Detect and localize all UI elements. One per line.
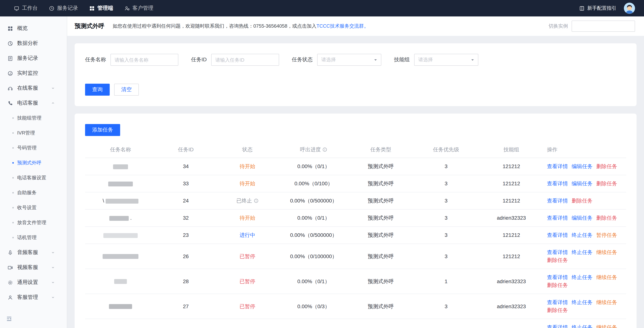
beginner-guide-link[interactable]: 新手配置指引 [579, 5, 616, 12]
table-row: 23进行中0.00%（0/500000）预测式外呼3121212查看详情终止任务… [85, 227, 626, 244]
filter-field-label: 技能组 [394, 56, 410, 63]
sidebar-subitem-audio-file-management[interactable]: 放音文件管理 [0, 215, 67, 230]
page-title: 预测式外呼 [74, 22, 104, 30]
delete-task-link[interactable]: 删除任务 [596, 214, 617, 222]
continue-task-link[interactable]: 继续任务 [596, 248, 617, 256]
instance-select-input[interactable] [572, 21, 635, 32]
skill-group-cell: 121212 [479, 175, 544, 192]
task-name-cell: . [85, 209, 156, 227]
view-details-link[interactable]: 查看详情 [547, 273, 568, 281]
redacted-task-name [109, 216, 129, 221]
view-details-link[interactable]: 查看详情 [547, 298, 568, 306]
status-badge: 待开始 [240, 163, 255, 169]
chevron-down-icon [51, 295, 57, 299]
view-details-link[interactable]: 查看详情 [547, 197, 568, 205]
sidebar-item-video-service[interactable]: 视频客服 [0, 260, 67, 275]
app-window: 工作台服务记录管理端客户管理 新手配置指引 概览数据分析服务记录实时监控在线客服… [0, 0, 644, 328]
view-details-link[interactable]: 查看详情 [547, 231, 568, 239]
info-icon[interactable] [254, 198, 258, 203]
clear-button[interactable]: 清空 [114, 84, 139, 96]
sidebar-item-phone-service[interactable]: 电话客服 [0, 96, 67, 111]
edit-task-link[interactable]: 编辑任务 [572, 180, 592, 188]
sidebar-subitem-phone-service-settings[interactable]: 电话客服设置 [0, 170, 67, 185]
sidebar-subitem-self-service[interactable]: 自助服务 [0, 185, 67, 200]
sidebar-item-realtime-monitor[interactable]: 实时监控 [0, 66, 67, 81]
continue-task-link[interactable]: 继续任务 [596, 298, 617, 306]
topnav-item-label: 工作台 [22, 5, 38, 12]
collapse-sidebar-button[interactable] [6, 316, 12, 323]
progress-cell: 0.00%（0/500000） [279, 192, 348, 209]
actions-cell: 查看详情终止任务继续任务删除任务 [544, 319, 626, 328]
skill-group-cell: 121212 [479, 244, 544, 269]
bullet-dot [12, 117, 14, 119]
sidebar-item-general-settings[interactable]: 通用设置 [0, 275, 67, 290]
progress-cell: 0.00%（0/3） [279, 294, 348, 319]
select-placeholder: 请选择 [418, 56, 433, 63]
add-task-button[interactable]: 添加任务 [85, 124, 120, 136]
sidebar-subitem-phone-device-management[interactable]: 话机管理 [0, 230, 67, 245]
sidebar-item-data-analysis[interactable]: 数据分析 [0, 36, 67, 51]
avatar[interactable] [624, 3, 635, 14]
view-details-link[interactable]: 查看详情 [547, 323, 568, 328]
task-name-cell [85, 269, 156, 294]
view-details-link[interactable]: 查看详情 [547, 180, 568, 188]
task-id-cell: 28 [156, 269, 216, 294]
terminate-task-link[interactable]: 终止任务 [572, 248, 592, 256]
terminate-task-link[interactable]: 终止任务 [572, 273, 592, 281]
view-details-link[interactable]: 查看详情 [547, 214, 568, 222]
skill-group-select[interactable]: 请选择 [414, 54, 478, 66]
continue-task-link[interactable]: 继续任务 [596, 323, 617, 328]
pause-task-link[interactable]: 暂停任务 [596, 231, 617, 239]
task-id-cell: 33 [156, 175, 216, 192]
search-button[interactable]: 查询 [85, 84, 110, 96]
task-status-select[interactable]: 请选择 [317, 54, 381, 66]
view-details-link[interactable]: 查看详情 [547, 248, 568, 256]
task-name-input[interactable] [110, 54, 178, 66]
sidebar-item-service-records[interactable]: 服务记录 [0, 51, 67, 66]
records-icon [8, 56, 14, 61]
delete-task-link[interactable]: 删除任务 [547, 256, 568, 264]
topnav-item-admin[interactable]: 管理端 [84, 0, 119, 17]
switch-instance: 切换实例 [548, 21, 635, 32]
skill-group-cell: 121212 [479, 192, 544, 209]
topnav-item-workbench[interactable]: 工作台 [8, 0, 43, 17]
priority-cell: 3 [414, 192, 479, 209]
priority-cell: 3 [414, 294, 479, 319]
status-badge: 待开始 [240, 181, 255, 187]
terminate-task-link[interactable]: 终止任务 [572, 298, 592, 306]
sidebar-subitem-predictive-outbound[interactable]: 预测式外呼 [0, 155, 67, 170]
sidebar-subitem-label: IVR管理 [17, 130, 35, 136]
delete-task-link[interactable]: 删除任务 [572, 197, 592, 205]
sidebar-item-audio-service[interactable]: 音频客服 [0, 245, 67, 260]
delete-task-link[interactable]: 删除任务 [547, 281, 568, 289]
sidebar-subitem-ivr-management[interactable]: IVR管理 [0, 125, 67, 140]
table-row: 34待开始0.00%（0/1）预测式外呼3121212查看详情编辑任务删除任务 [85, 158, 626, 175]
filter-field-task-id: 任务ID [191, 54, 279, 66]
tccc-group-link[interactable]: TCCC技术服务交流群。 [316, 23, 369, 29]
topnav-item-customer-management[interactable]: 客户管理 [119, 0, 159, 17]
table-body: 34待开始0.00%（0/1）预测式外呼3121212查看详情编辑任务删除任务3… [85, 158, 626, 328]
column-header: 任务ID [156, 143, 216, 158]
switch-instance-label: 切换实例 [548, 23, 568, 30]
terminate-task-link[interactable]: 终止任务 [572, 231, 592, 239]
filter-field-task-status: 任务状态请选择 [292, 54, 381, 66]
task-id-input[interactable] [211, 54, 279, 66]
actions-cell: 查看详情编辑任务删除任务 [544, 158, 626, 175]
delete-task-link[interactable]: 删除任务 [547, 306, 568, 314]
sidebar-subitem-number-collection-settings[interactable]: 收号设置 [0, 200, 67, 215]
edit-task-link[interactable]: 编辑任务 [572, 214, 592, 222]
continue-task-link[interactable]: 继续任务 [596, 273, 617, 281]
sidebar-item-agent-management[interactable]: 客服管理 [0, 290, 67, 305]
sidebar-subitem-number-management[interactable]: 号码管理 [0, 140, 67, 155]
bullet-dot [12, 132, 14, 134]
delete-task-link[interactable]: 删除任务 [596, 162, 617, 170]
edit-task-link[interactable]: 编辑任务 [572, 162, 592, 170]
sidebar-subitem-skill-group-management[interactable]: 技能组管理 [0, 111, 67, 125]
sidebar-item-overview[interactable]: 概览 [0, 21, 67, 36]
view-details-link[interactable]: 查看详情 [547, 162, 568, 170]
terminate-task-link[interactable]: 终止任务 [572, 323, 592, 328]
sidebar-item-online-service[interactable]: 在线客服 [0, 81, 67, 96]
topnav-item-service-records[interactable]: 服务记录 [43, 0, 84, 17]
info-icon[interactable] [322, 147, 327, 152]
delete-task-link[interactable]: 删除任务 [596, 180, 617, 188]
